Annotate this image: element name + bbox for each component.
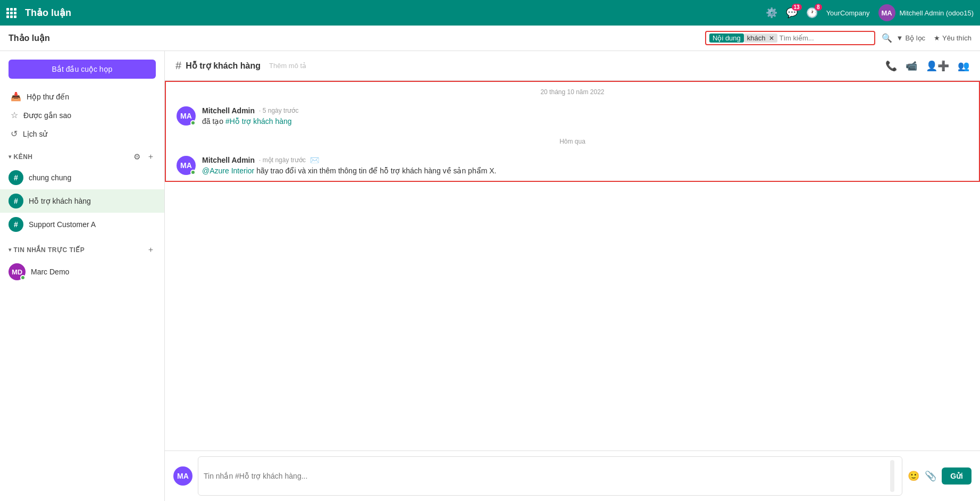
search-tag-noi-dung: Nội dung — [709, 34, 744, 43]
channels-section-label: KÊNH — [14, 153, 33, 161]
msg-mention-azure: @Azure Interior — [202, 166, 254, 175]
filter-button[interactable]: ▼ Bộ lọc — [897, 34, 926, 42]
video-call-button[interactable]: 📹 — [906, 60, 917, 72]
channels-section-header: ▾ KÊNH ⚙ ＋ — [0, 147, 164, 166]
message-input-wrap[interactable] — [198, 456, 902, 496]
dm-label-marc-demo: Marc Demo — [31, 268, 69, 276]
search-tag-khach[interactable]: khách ✕ — [744, 34, 777, 43]
channels-collapse-arrow[interactable]: ▾ — [9, 154, 12, 160]
dm-collapse-arrow[interactable]: ▾ — [9, 247, 12, 253]
clock-badge: 8 — [815, 4, 822, 11]
channel-label-chung-chung: chung chung — [29, 173, 71, 182]
message-text-input[interactable] — [204, 472, 888, 480]
channels-settings-button[interactable]: ⚙ — [132, 152, 141, 162]
dm-status-online — [20, 275, 26, 280]
email-icon: ✉️ — [310, 156, 319, 164]
msg-status-dot-2 — [190, 170, 196, 175]
messages-badge: 13 — [792, 4, 802, 11]
call-button[interactable]: 📞 — [885, 60, 897, 72]
msg-time-1: · 5 ngày trước — [259, 107, 298, 114]
channel-icon-ho-tro: # — [9, 194, 23, 208]
star-icon: ★ — [934, 34, 940, 42]
dm-actions: ＋ — [146, 245, 156, 255]
settings-icon-btn[interactable]: ⚙️ — [766, 7, 777, 19]
dm-add-button[interactable]: ＋ — [146, 245, 156, 255]
add-member-button[interactable]: 👤➕ — [926, 60, 949, 72]
channel-label-ho-tro: Hỗ trợ khách hàng — [29, 197, 91, 205]
app-logo-area: Thảo luận — [6, 7, 71, 19]
sidebar-item-inbox[interactable]: 📥 Hộp thư đến — [0, 87, 164, 106]
chat-header: # Hỗ trợ khách hàng Thêm mô tả 📞 📹 👤➕ 👥 — [165, 51, 980, 81]
msg-author-1: Mitchell Admin — [202, 106, 255, 115]
msg-text-2: @Azure Interior hãy trao đổi và xin thêm… — [202, 165, 968, 177]
company-selector[interactable]: YourCompany — [826, 9, 870, 17]
members-button[interactable]: 👥 — [958, 60, 969, 72]
channels-actions: ⚙ ＋ — [132, 152, 156, 162]
main-area: Bắt đầu cuộc họp 📥 Hộp thư đến ☆ Được gắ… — [0, 51, 980, 501]
attachment-button[interactable]: 📎 — [925, 470, 936, 482]
dm-item-marc-demo[interactable]: MD Marc Demo — [0, 259, 164, 285]
input-scrollbar — [890, 460, 894, 492]
message-row-2: MA Mitchell Admin · một ngày trước ✉️ @A… — [166, 152, 979, 181]
remove-tag-khach[interactable]: ✕ — [769, 35, 774, 42]
user-name: Mitchell Admin (odoo15) — [900, 9, 974, 17]
filter-icon: ▼ — [897, 34, 903, 42]
messages-area: 20 tháng 10 năm 2022 MA Mitchell Admin ·… — [165, 81, 980, 450]
date-separator-2: Hôm qua — [166, 131, 979, 152]
search-input[interactable] — [777, 33, 871, 43]
msg-text-1: đã tạo #Hỗ trợ khách hàng — [202, 116, 968, 127]
message-row-1: MA Mitchell Admin · 5 ngày trước đã tạo … — [166, 102, 979, 131]
channel-item-ho-tro-khach-hang[interactable]: # Hỗ trợ khách hàng — [0, 189, 164, 213]
channel-description[interactable]: Thêm mô tả — [269, 62, 306, 70]
msg-header-2: Mitchell Admin · một ngày trước ✉️ — [202, 156, 968, 164]
dm-section-header: ▾ TIN NHẮN TRỰC TIẾP ＋ — [0, 240, 164, 259]
topnav-right: ⚙️ 💬 13 🕐 8 YourCompany MA Mitchell Admi… — [766, 4, 974, 21]
msg-content-1: Mitchell Admin · 5 ngày trước đã tạo #Hỗ… — [202, 106, 968, 127]
user-menu[interactable]: MA Mitchell Admin (odoo15) — [878, 4, 974, 21]
start-meeting-wrap: Bắt đầu cuộc họp — [0, 51, 164, 87]
msg-avatar-2: MA — [177, 156, 196, 175]
channel-name-heading: Hỗ trợ khách hàng — [186, 61, 261, 71]
msg-avatar-1: MA — [177, 106, 196, 126]
channel-label-support-a: Support Customer A — [29, 220, 96, 229]
channel-item-support-customer-a[interactable]: # Support Customer A — [0, 213, 164, 236]
msg-status-dot-1 — [190, 120, 196, 126]
inbox-icon: 📥 — [11, 91, 21, 102]
favorites-button[interactable]: ★ Yêu thích — [934, 34, 971, 42]
emoji-button[interactable]: 🙂 — [908, 470, 919, 482]
channels-add-button[interactable]: ＋ — [146, 152, 156, 162]
search-area: Nội dung khách ✕ 🔍 ▼ Bộ lọc ★ Yêu thích — [705, 31, 971, 45]
user-avatar: MA — [878, 4, 895, 21]
date-label-2: Hôm qua — [559, 138, 585, 145]
msg-time-2: · một ngày trước — [259, 156, 306, 164]
send-button[interactable]: Gửi — [942, 467, 971, 485]
search-submit-button[interactable]: 🔍 — [882, 33, 892, 43]
sidebar-item-starred[interactable]: ☆ Được gắn sao — [0, 106, 164, 124]
channel-hash-icon: # — [175, 60, 181, 72]
start-meeting-button[interactable]: Bắt đầu cuộc họp — [9, 60, 156, 79]
date-label-1: 20 tháng 10 năm 2022 — [540, 88, 604, 96]
highlighted-messages-region: 20 tháng 10 năm 2022 MA Mitchell Admin ·… — [165, 81, 980, 182]
clock-icon-btn[interactable]: 🕐 8 — [806, 7, 818, 19]
channel-icon-support-a: # — [9, 217, 23, 232]
msg-content-2: Mitchell Admin · một ngày trước ✉️ @Azur… — [202, 156, 968, 177]
messages-icon-btn[interactable]: 💬 13 — [786, 7, 798, 19]
dm-avatar-marc: MD — [9, 263, 26, 280]
channel-icon-chung-chung: # — [9, 170, 23, 185]
msg-input-avatar: MA — [173, 466, 192, 486]
search-input-wrap[interactable]: Nội dung khách ✕ — [705, 31, 875, 45]
dm-section-label: TIN NHẮN TRỰC TIẾP — [14, 246, 85, 254]
date-separator-1: 20 tháng 10 năm 2022 — [166, 82, 979, 102]
filter-area: ▼ Bộ lọc ★ Yêu thích — [897, 34, 971, 42]
channel-item-chung-chung[interactable]: # chung chung — [0, 166, 164, 189]
sidebar-item-history[interactable]: ↺ Lịch sử — [0, 124, 164, 143]
msg-mention-channel: #Hỗ trợ khách hàng — [225, 117, 292, 126]
chat-area: # Hỗ trợ khách hàng Thêm mô tả 📞 📹 👤➕ 👥 … — [165, 51, 980, 501]
message-input-area: MA 🙂 📎 Gửi — [165, 450, 980, 501]
history-icon: ↺ — [11, 129, 18, 139]
grid-menu-icon[interactable] — [6, 8, 16, 18]
chat-header-actions: 📞 📹 👤➕ 👥 — [885, 60, 969, 72]
app-title: Thảo luận — [25, 7, 71, 19]
message-input-actions: 🙂 📎 Gửi — [908, 467, 971, 485]
msg-header-1: Mitchell Admin · 5 ngày trước — [202, 106, 968, 115]
